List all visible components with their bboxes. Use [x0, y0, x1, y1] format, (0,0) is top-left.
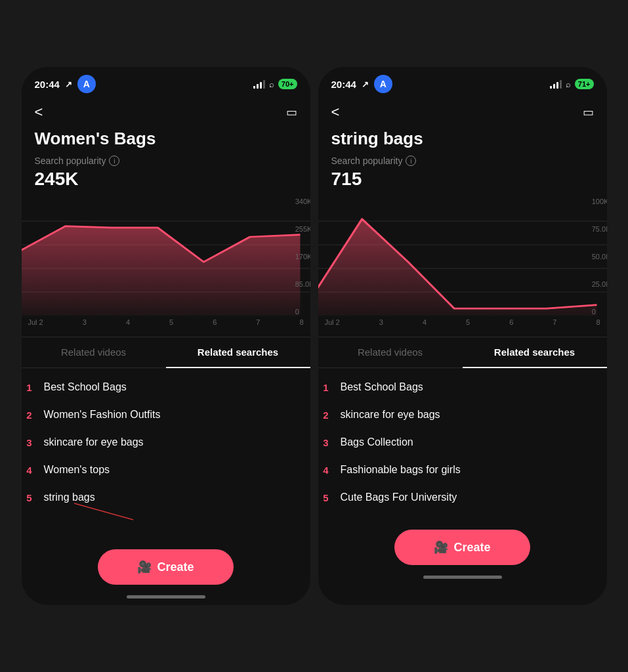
info-icon[interactable]: i — [109, 156, 119, 166]
y-label: 25.0K — [592, 280, 607, 288]
y-label: 0 — [592, 308, 607, 316]
tab-related-videos[interactable]: Related videos — [22, 337, 166, 368]
tabs-section: Related videos Related searches 1 Best S… — [22, 337, 310, 516]
status-left: 20:44 ↗ A — [331, 75, 392, 93]
time-display: 20:44 — [331, 79, 356, 90]
x-label: 3 — [83, 318, 87, 326]
search-item-2[interactable]: 2 skincare for eye bags — [318, 401, 607, 429]
bookmark-icon[interactable]: ▭ — [286, 105, 297, 119]
create-button[interactable]: 🎥 Create — [394, 530, 530, 565]
search-item-5[interactable]: 5 Cute Bags For University — [318, 484, 607, 511]
x-label: 6 — [509, 318, 513, 326]
search-rank: 3 — [321, 437, 331, 448]
content-area: string bags Search popularity i 715 — [318, 123, 607, 190]
search-rank: 4 — [321, 465, 331, 476]
popularity-label-text: Search popularity — [331, 156, 403, 166]
create-label: Create — [157, 560, 194, 574]
x-label: 4 — [126, 318, 130, 326]
time-display: 20:44 — [35, 79, 60, 90]
chart-area: 340K255K170K85.0K0 — [22, 198, 310, 316]
search-rank: 4 — [24, 465, 35, 476]
search-rank: 2 — [321, 410, 331, 421]
y-label: 50.0K — [592, 253, 607, 261]
y-label: 75.0K — [592, 225, 607, 233]
x-label: 3 — [379, 318, 383, 326]
info-icon[interactable]: i — [406, 156, 416, 166]
search-item-1[interactable]: 1 Best School Bags — [22, 373, 310, 401]
tab-related-searches[interactable]: Related searches — [463, 337, 607, 368]
bookmark-icon[interactable]: ▭ — [583, 105, 594, 119]
x-label: 7 — [553, 318, 556, 326]
tabs-section: Related videos Related searches 1 Best S… — [318, 337, 607, 516]
search-rank: 5 — [321, 492, 331, 503]
app-icon: A — [374, 75, 392, 93]
back-button[interactable]: < — [35, 104, 43, 121]
y-label: 255K — [295, 225, 310, 233]
battery-badge: 70+ — [278, 79, 297, 89]
y-label: 85.0K — [295, 280, 310, 288]
search-popularity-label: Search popularity i — [331, 156, 594, 166]
signal-icon — [550, 80, 562, 89]
search-item-3[interactable]: 3 skincare for eye bags — [22, 429, 310, 456]
search-list: 1 Best School Bags 2 skincare for eye ba… — [318, 368, 607, 516]
status-bar: 20:44 ↗ A ⌕ 71+ — [318, 67, 607, 98]
search-rank: 1 — [24, 382, 35, 393]
status-right: ⌕ 70+ — [253, 79, 297, 89]
screens-container: 20:44 ↗ A ⌕ 70+ < ▭ Women's Bags — [9, 54, 620, 618]
annotation-arrow — [74, 497, 153, 523]
tab-related-videos[interactable]: Related videos — [318, 337, 463, 368]
camera-icon: 🎥 — [434, 540, 448, 555]
back-button[interactable]: < — [331, 104, 340, 121]
popularity-value: 245K — [35, 169, 297, 190]
tabs-row: Related videos Related searches — [318, 337, 607, 368]
y-label: 100K — [592, 198, 607, 205]
x-label: 7 — [256, 318, 260, 326]
content-area: Women's Bags Search popularity i 245K — [22, 123, 310, 190]
phone-screen-2: 20:44 ↗ A ⌕ 71+ < ▭ string bags — [318, 67, 607, 605]
create-btn-container: 🎥 Create — [22, 536, 310, 595]
y-label: 340K — [295, 198, 310, 205]
search-text: Women's Fashion Outfits — [44, 409, 161, 421]
search-text: Cute Bags For University — [341, 492, 457, 503]
wifi-icon: ⌕ — [566, 79, 571, 89]
search-item-3[interactable]: 3 Bags Collection — [318, 429, 607, 456]
search-item-4[interactable]: 4 Women's tops — [22, 456, 310, 484]
status-right: ⌕ 71+ — [550, 79, 594, 89]
tab-related-searches[interactable]: Related searches — [166, 337, 310, 368]
create-button[interactable]: 🎥 Create — [98, 549, 233, 585]
chart-y-labels: 100K75.0K50.0K25.0K0 — [592, 198, 607, 316]
search-list: 1 Best School Bags 2 Women's Fashion Out… — [22, 368, 310, 516]
search-item-2[interactable]: 2 Women's Fashion Outfits — [22, 401, 310, 429]
search-item-5[interactable]: 5 string bags — [22, 484, 310, 511]
search-text: skincare for eye bags — [341, 409, 440, 421]
chart-svg — [318, 198, 607, 316]
y-label: 170K — [295, 253, 310, 261]
location-icon: ↗ — [362, 79, 369, 89]
y-label: 0 — [295, 308, 310, 316]
search-item-1[interactable]: 1 Best School Bags — [318, 373, 607, 401]
x-label: 6 — [213, 318, 217, 326]
create-label: Create — [453, 541, 490, 555]
battery-badge: 71+ — [575, 79, 594, 89]
search-popularity-label: Search popularity i — [35, 156, 297, 166]
location-icon: ↗ — [65, 79, 72, 89]
create-btn-container: 🎥 Create — [318, 516, 607, 576]
home-indicator — [127, 595, 205, 598]
search-text: Women's tops — [44, 464, 110, 476]
wifi-icon: ⌕ — [269, 79, 274, 89]
svg-line-4 — [74, 503, 133, 520]
search-text: Fashionable bags for girls — [341, 464, 461, 476]
search-item-4[interactable]: 4 Fashionable bags for girls — [318, 456, 607, 484]
search-rank: 1 — [321, 382, 331, 393]
search-text: Bags Collection — [341, 436, 413, 448]
x-label: 5 — [169, 318, 173, 326]
nav-bar: < ▭ — [318, 98, 607, 123]
chart-area: 100K75.0K50.0K25.0K0 — [318, 198, 607, 316]
app-icon: A — [77, 75, 96, 93]
search-text: skincare for eye bags — [44, 436, 144, 448]
search-text: Best School Bags — [44, 381, 127, 393]
x-label: 8 — [299, 318, 303, 326]
x-label: 5 — [466, 318, 470, 326]
search-rank: 3 — [24, 437, 35, 448]
search-rank: 2 — [24, 410, 35, 421]
